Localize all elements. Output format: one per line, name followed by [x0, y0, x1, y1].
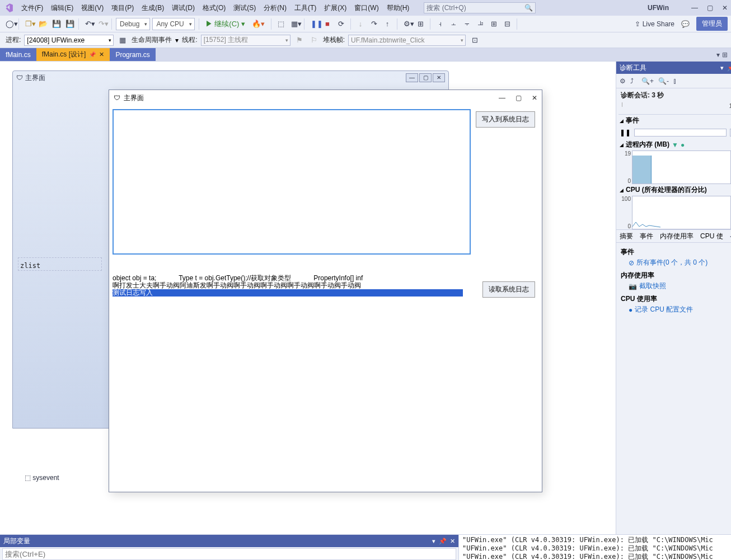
- back-nav-icon[interactable]: ◯▾: [3, 18, 15, 29]
- running-app-window[interactable]: 🛡 主界面 — ▢ ✕ 写入到系统日志 读取系统日志 object obj = …: [109, 90, 542, 492]
- events-link[interactable]: ⊘ 所有事件(0 个，共 0 个): [629, 258, 731, 267]
- events-section[interactable]: ◢事件: [616, 115, 731, 126]
- pin-icon[interactable]: 📌: [89, 51, 96, 58]
- cpu-record-link[interactable]: ● 记录 CPU 配置文件: [629, 305, 731, 314]
- memory-chart[interactable]: [632, 150, 731, 184]
- minimize-button[interactable]: —: [691, 4, 698, 12]
- live-share-button[interactable]: ⇪ Live Share: [635, 20, 674, 28]
- panel-dropdown-icon[interactable]: ▾: [720, 64, 724, 72]
- continue-button[interactable]: ▶ 继续(C) ▾: [203, 18, 247, 30]
- form-icon: 🛡: [16, 74, 23, 82]
- save-icon[interactable]: 💾: [50, 18, 61, 29]
- hot-reload-icon[interactable]: 🔥▾: [250, 18, 267, 29]
- tb-icon-b[interactable]: ⊞: [415, 18, 426, 29]
- cpu-chart[interactable]: [632, 196, 731, 229]
- diagnostics-timeline[interactable]: 10秒: [618, 102, 731, 115]
- standard-toolbar: ◯▾ ❐▾ 📂 💾 💾 ↶▾ ↷▾ Debug Any CPU ▶ 继续(C) …: [0, 16, 731, 32]
- process-label: 进程:: [6, 35, 21, 45]
- designer-surface: 🛡 主界面 — ▢ ✕ zlist ⬚ sysevent 🛡 主界面: [0, 62, 616, 534]
- menu-item[interactable]: 扩展(X): [321, 1, 350, 15]
- quick-search[interactable]: 搜索 (Ctrl+Q) 🔍: [424, 2, 536, 13]
- configuration-combo[interactable]: Debug: [116, 18, 150, 30]
- admin-badge[interactable]: 管理员: [696, 17, 728, 31]
- flag-icon[interactable]: ⚑: [294, 35, 305, 45]
- cpu-section[interactable]: ◢CPU (所有处理器的百分比): [616, 184, 731, 196]
- align-icon-4[interactable]: ⫡: [475, 18, 486, 29]
- align-icon-6[interactable]: ⊟: [502, 18, 513, 29]
- thread-combo[interactable]: [15752] 主线程: [201, 35, 290, 46]
- step-out-icon[interactable]: ↑: [382, 18, 393, 29]
- stackframe-label: 堆栈帧:: [323, 35, 345, 45]
- main-menu: 文件(F)编辑(E)视图(V)项目(P)生成(B)调试(D)格式(O)测试(S)…: [18, 1, 413, 15]
- menu-item[interactable]: 编辑(E): [48, 1, 77, 15]
- redo-icon[interactable]: ↷▾: [96, 18, 107, 29]
- app-close-button[interactable]: ✕: [532, 94, 537, 102]
- tab-fmain-designer[interactable]: fMain.cs [设计]📌✕: [36, 48, 110, 61]
- maximize-button[interactable]: ▢: [707, 4, 713, 12]
- tb-icon-1[interactable]: ⬚: [275, 18, 287, 29]
- step-over-icon[interactable]: ↷: [368, 18, 379, 29]
- open-folder-icon[interactable]: 📂: [36, 18, 48, 29]
- align-icon-3[interactable]: ⫟: [461, 18, 472, 29]
- memory-section[interactable]: ◢进程内存 (MB) ▼ ●: [616, 139, 731, 150]
- app-max-button[interactable]: ▢: [516, 94, 522, 102]
- zlist-label: zlist: [20, 262, 40, 270]
- stackframe-combo[interactable]: UF.fMain.zbtnwrite_Click: [348, 35, 466, 46]
- diag-collect-icon[interactable]: ⤴: [630, 77, 634, 85]
- locals-search-input[interactable]: [2, 548, 456, 560]
- menu-item[interactable]: 调试(D): [168, 1, 198, 15]
- tb2-icon[interactable]: ⊡: [469, 35, 480, 45]
- panel-pin-icon[interactable]: 📌: [727, 64, 731, 72]
- menu-item[interactable]: 项目(P): [108, 1, 137, 15]
- form-max-icon: ▢: [419, 73, 432, 82]
- undo-icon[interactable]: ↶▾: [83, 18, 94, 29]
- tab-program-cs[interactable]: Program.cs: [110, 48, 155, 61]
- menu-item[interactable]: 视图(V): [78, 1, 107, 15]
- tb-icon-a[interactable]: ⚙▾: [401, 18, 413, 29]
- tab-fmain-cs[interactable]: fMain.cs: [0, 48, 36, 61]
- close-button[interactable]: ✕: [722, 4, 728, 12]
- save-all-icon[interactable]: 💾: [63, 18, 74, 29]
- menu-item[interactable]: 测试(S): [230, 1, 259, 15]
- close-tab-icon[interactable]: ✕: [99, 51, 104, 58]
- platform-combo[interactable]: Any CPU: [152, 18, 194, 30]
- app-form-title: 主界面: [124, 93, 144, 103]
- restart-icon[interactable]: ⟳: [335, 18, 346, 29]
- zoom-out-icon[interactable]: 🔍-: [658, 77, 669, 85]
- flag2-icon[interactable]: ⚐: [308, 35, 320, 45]
- window-buttons: — ▢ ✕: [691, 4, 728, 12]
- tab-more-icon[interactable]: ⊞: [722, 51, 728, 59]
- menu-item[interactable]: 文件(F): [18, 1, 46, 15]
- tb-icon-2[interactable]: ▦▾: [289, 18, 300, 29]
- align-icon-2[interactable]: ⫠: [448, 18, 459, 29]
- menu-item[interactable]: 生成(B): [138, 1, 167, 15]
- write-log-button[interactable]: 写入到系统日志: [476, 111, 535, 128]
- output-text[interactable]: "UFWin.exe" (CLR v4.0.30319: UFWin.exe):…: [459, 535, 731, 560]
- feedback-icon[interactable]: 💬: [681, 20, 690, 28]
- snapshot-link[interactable]: 📷 截取快照: [629, 281, 731, 291]
- step-into-icon[interactable]: ↓: [355, 18, 366, 29]
- align-icon-5[interactable]: ⊞: [488, 18, 499, 29]
- menu-item[interactable]: 帮助(H): [383, 1, 413, 15]
- pause-icon[interactable]: ❚❚: [308, 18, 320, 29]
- menu-item[interactable]: 工具(T): [291, 1, 320, 15]
- new-item-icon[interactable]: ❐▾: [23, 18, 34, 29]
- menu-item[interactable]: 格式(O): [199, 1, 229, 15]
- process-combo[interactable]: [24008] UFWin.exe: [24, 35, 114, 46]
- diag-tab-left[interactable]: ◂: [727, 230, 731, 242]
- events-pause-icon[interactable]: ❚❚: [620, 129, 631, 137]
- menu-item[interactable]: 窗口(W): [351, 1, 382, 15]
- diag-reset-icon[interactable]: ⫿: [673, 77, 677, 85]
- menu-item[interactable]: 分析(N): [260, 1, 290, 15]
- lifecycle-icon[interactable]: ▦: [117, 35, 128, 45]
- title-bar: 文件(F)编辑(E)视图(V)项目(P)生成(B)调试(D)格式(O)测试(S)…: [0, 0, 731, 16]
- align-icon-1[interactable]: ⫞: [434, 18, 446, 29]
- zoom-in-icon[interactable]: 🔍+: [641, 77, 654, 85]
- read-log-button[interactable]: 读取系统日志: [482, 281, 535, 298]
- log-output-box[interactable]: object obj = ta; Type t = obj.GetType();…: [113, 275, 463, 309]
- log-input-textbox[interactable]: [113, 109, 471, 255]
- stop-icon[interactable]: ■: [322, 18, 333, 29]
- tab-overflow-icon[interactable]: ▾: [716, 51, 720, 59]
- diag-settings-icon[interactable]: ⚙: [620, 77, 626, 85]
- app-min-button[interactable]: —: [499, 94, 505, 102]
